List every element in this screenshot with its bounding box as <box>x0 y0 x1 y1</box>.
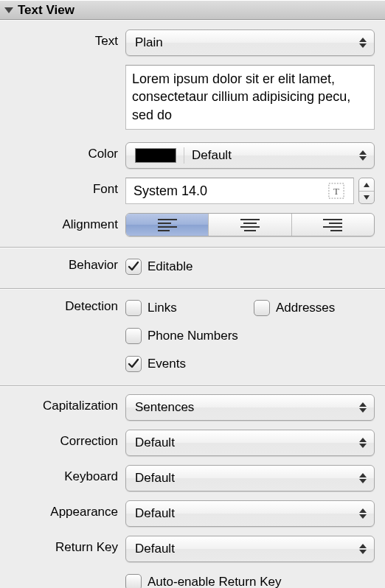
align-center-icon <box>240 219 260 231</box>
return-key-value: Default <box>135 542 175 556</box>
popup-arrows-icon <box>358 149 368 162</box>
auto-enable-return-label: Auto-enable Return Key <box>148 575 281 588</box>
text-content-textarea[interactable] <box>125 65 375 130</box>
color-popup[interactable]: Default <box>125 142 375 169</box>
links-label: Links <box>148 301 177 315</box>
keyboard-value: Default <box>135 471 175 486</box>
capitalization-value: Sentences <box>135 400 194 415</box>
keyboard-popup[interactable]: Default <box>125 465 375 491</box>
svg-text:T: T <box>333 186 339 197</box>
return-key-popup[interactable]: Default <box>125 536 375 562</box>
label-alignment: Alignment <box>10 213 125 232</box>
font-field[interactable]: System 14.0 T <box>125 178 354 204</box>
label-return-key: Return Key <box>10 536 125 555</box>
section-keyboard: Capitalization Sentences Correction Defa… <box>0 386 385 588</box>
label-behavior: Behavior <box>10 256 125 273</box>
popup-arrows-icon <box>358 542 368 556</box>
appearance-value: Default <box>135 506 175 521</box>
editable-checkbox[interactable] <box>125 259 142 275</box>
label-text: Text <box>10 29 125 49</box>
section-text: Text Plain Color Default <box>0 20 385 248</box>
popup-arrows-icon <box>358 436 368 449</box>
popup-divider <box>184 147 184 164</box>
text-mode-value: Plain <box>135 35 163 50</box>
font-size-stepper[interactable] <box>358 178 375 204</box>
popup-arrows-icon <box>358 36 368 49</box>
addresses-checkbox[interactable] <box>254 300 270 316</box>
align-right-button[interactable] <box>291 214 374 236</box>
popup-arrows-icon <box>358 507 368 520</box>
label-capitalization: Capitalization <box>10 394 125 413</box>
popup-arrows-icon <box>358 472 368 485</box>
section-detection: Detection Links Addresses Phone Numbers … <box>0 289 385 386</box>
label-appearance: Appearance <box>10 500 125 519</box>
checkmark-icon <box>128 358 139 370</box>
stepper-down[interactable] <box>359 191 374 203</box>
correction-value: Default <box>135 435 175 450</box>
phone-checkbox[interactable] <box>125 328 142 344</box>
label-color: Color <box>10 142 125 161</box>
events-label: Events <box>148 357 186 371</box>
phone-label: Phone Numbers <box>148 329 238 343</box>
label-font: Font <box>10 178 125 197</box>
label-correction: Correction <box>10 430 125 449</box>
align-right-icon <box>323 219 342 231</box>
auto-enable-return-checkbox[interactable] <box>125 574 142 588</box>
label-detection: Detection <box>10 297 125 314</box>
checkmark-icon <box>128 261 139 273</box>
appearance-popup[interactable]: Default <box>125 500 375 527</box>
color-swatch-icon <box>135 148 176 163</box>
correction-popup[interactable]: Default <box>125 430 375 456</box>
alignment-segmented[interactable] <box>125 213 375 237</box>
events-checkbox[interactable] <box>125 356 142 372</box>
links-checkbox[interactable] <box>125 300 142 316</box>
font-value: System 14.0 <box>133 183 207 199</box>
inspector-section-header[interactable]: Text View <box>0 0 385 20</box>
stepper-up[interactable] <box>359 178 374 191</box>
popup-arrows-icon <box>358 401 368 414</box>
text-mode-popup[interactable]: Plain <box>125 29 375 56</box>
addresses-label: Addresses <box>276 301 335 315</box>
color-value: Default <box>192 148 232 163</box>
font-panel-icon[interactable]: T <box>327 181 346 200</box>
label-keyboard: Keyboard <box>10 465 125 484</box>
align-left-icon <box>158 219 177 231</box>
section-title: Text View <box>18 3 74 18</box>
editable-label: Editable <box>148 259 192 274</box>
section-behavior: Behavior Editable <box>0 248 385 289</box>
align-center-button[interactable] <box>208 214 291 236</box>
align-left-button[interactable] <box>126 214 208 236</box>
capitalization-popup[interactable]: Sentences <box>125 394 375 421</box>
disclosure-triangle-icon[interactable] <box>4 7 13 13</box>
